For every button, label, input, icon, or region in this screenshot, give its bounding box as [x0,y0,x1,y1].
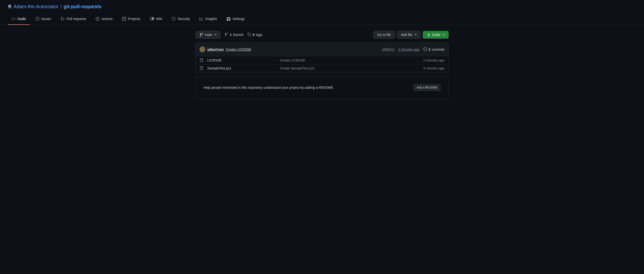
commits-link[interactable]: 2 commits [423,47,444,52]
shield-icon [172,17,176,21]
tab-label: Security [178,15,190,22]
owner-link[interactable]: Adam-the-Automator [14,4,58,9]
file-message-cell: Create SampleText.ps1 [280,66,423,70]
actions-icon [96,17,100,21]
toolbar-left: main 1 branch 0 tags [196,31,262,39]
tab-wiki[interactable]: Wiki [146,13,166,25]
commit-header: adbertram Create LICENSE 108657a 2 minut… [196,43,448,56]
branch-selector[interactable]: main [196,31,220,39]
tab-actions[interactable]: Actions [92,13,116,25]
tag-label: tags [256,33,262,37]
file-row: LICENSE Create LICENSE 2 minutes ago [196,56,448,64]
pull-request-icon [61,17,64,21]
download-icon [427,33,431,37]
commit-author-link[interactable]: adbertram [207,47,224,51]
breadcrumb: Adam-the-Automator / git-pull-requests [14,4,102,9]
file-icon [200,58,204,62]
tab-issues[interactable]: Issues [32,13,55,25]
toolbar-right: Go to file Add file Code [373,31,448,39]
branch-icon [200,33,204,37]
tab-label: Actions [102,15,112,22]
add-readme-button[interactable]: Add a README [414,84,440,91]
go-to-file-button[interactable]: Go to file [373,31,395,39]
code-icon [12,17,16,21]
commit-sha-link[interactable]: 108657a [382,48,394,51]
file-commit-link[interactable]: Create LICENSE [280,58,305,62]
file-name-cell: LICENSE [207,58,280,62]
code-download-button[interactable]: Code [423,31,448,39]
commits-label: commits [432,47,444,51]
main-container: main 1 branch 0 tags Go to file Add [192,25,452,105]
readme-help-text: Help people interested in this repositor… [204,86,334,90]
branches-link[interactable]: 1 branch [224,32,244,37]
tab-label: Projects [128,15,140,22]
gear-icon [226,17,230,21]
tab-label: Settings [232,15,245,22]
repo-header: Adam-the-Automator / git-pull-requests [0,0,644,13]
add-file-label: Add file [401,32,412,37]
file-time: 3 minutes ago [423,66,444,70]
add-file-button[interactable]: Add file [397,31,421,39]
chevron-down-icon [415,34,417,35]
tab-insights[interactable]: Insights [196,13,221,25]
breadcrumb-separator: / [60,4,62,9]
chevron-down-icon [442,34,444,35]
tab-label: Code [18,15,26,22]
tab-label: Wiki [156,15,162,22]
tab-pull-requests[interactable]: Pull requests [57,13,90,25]
tab-settings[interactable]: Settings [223,13,248,25]
history-icon [423,47,427,52]
tab-code[interactable]: Code [8,13,30,25]
commit-info: adbertram Create LICENSE [200,47,251,52]
file-name-cell: SampleText.ps1 [207,66,280,70]
tab-label: Insights [205,15,217,22]
repo-nav: Code Issues Pull requests Actions Projec… [0,13,644,25]
file-listing: adbertram Create LICENSE 108657a 2 minut… [196,42,448,72]
avatar[interactable] [200,47,205,52]
branch-icon [224,32,228,37]
tab-label: Issues [41,15,51,22]
file-icon [200,66,204,70]
commit-message-link[interactable]: Create LICENSE [226,47,251,51]
file-commit-link[interactable]: Create SampleText.ps1 [280,66,315,70]
tab-security[interactable]: Security [168,13,194,25]
file-link[interactable]: LICENSE [207,58,222,62]
chevron-down-icon [214,34,216,35]
repo-icon [8,5,12,9]
branch-label: branch [233,33,244,37]
tags-link[interactable]: 0 tags [247,32,262,37]
tab-projects[interactable]: Projects [118,13,144,25]
branch-count: 1 [230,33,232,37]
tag-icon [247,32,251,37]
issues-icon [36,17,39,21]
commit-meta: 108657a 2 minutes ago 2 commits [382,47,444,52]
commits-count: 2 [428,47,430,51]
tag-count: 0 [253,33,254,37]
projects-icon [122,17,126,21]
readme-prompt: Help people interested in this repositor… [196,76,448,99]
repo-link[interactable]: git-pull-requests [64,4,102,9]
repo-toolbar: main 1 branch 0 tags Go to file Add [196,31,448,39]
commit-time-link[interactable]: 2 minutes ago [398,47,419,51]
wiki-icon [150,17,154,21]
branch-name: main [205,32,212,37]
file-time: 2 minutes ago [423,58,444,62]
graph-icon [200,17,204,21]
file-row: SampleText.ps1 Create SampleText.ps1 3 m… [196,64,448,72]
tab-label: Pull requests [66,15,86,22]
file-message-cell: Create LICENSE [280,58,423,62]
file-link[interactable]: SampleText.ps1 [207,66,232,70]
code-button-label: Code [432,32,440,37]
